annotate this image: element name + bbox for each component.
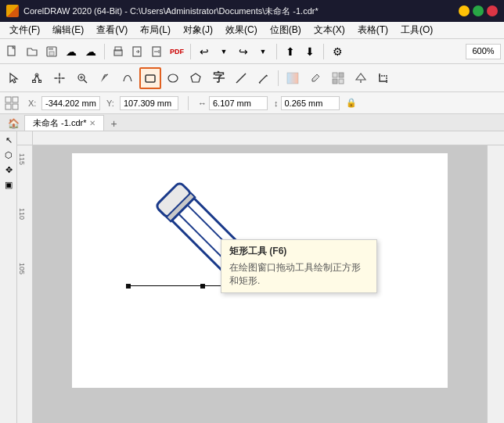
grid-icon (5, 96, 19, 110)
redo-button[interactable]: ↪ (234, 42, 253, 61)
toolbar-separator-2 (190, 44, 191, 59)
polygon-tool[interactable] (185, 67, 207, 89)
menu-object[interactable]: 对象(J) (177, 22, 219, 38)
pattern-tool[interactable] (327, 67, 349, 89)
svg-rect-23 (287, 73, 298, 84)
toolbox-pan[interactable]: ✥ (2, 163, 16, 177)
zoom-tool[interactable] (71, 67, 93, 89)
print-button[interactable] (109, 42, 128, 61)
menu-bar: 文件(F) 编辑(E) 查看(V) 布局(L) 对象(J) 效果(C) 位图(B… (0, 22, 504, 39)
svg-rect-32 (5, 104, 11, 109)
new-tab-button[interactable]: + (106, 117, 121, 131)
tab-close-button[interactable]: ✕ (89, 119, 95, 127)
import-button[interactable] (128, 42, 147, 61)
menu-file[interactable]: 文件(F) (3, 22, 46, 38)
toolbox-shape[interactable]: ▣ (2, 177, 16, 192)
save-button[interactable] (42, 42, 61, 61)
handle-center[interactable] (200, 283, 206, 289)
width-dim: ↔ (198, 96, 268, 110)
title-bar: CorelDRAW 2020 (64-Bit) - C:\Users\Admin… (0, 0, 504, 22)
ruler-mark-110: 110 (18, 208, 26, 220)
ruler-mark-105: 105 (18, 263, 26, 274)
handle-left[interactable] (125, 283, 131, 289)
undo-button[interactable]: ↩ (195, 42, 214, 61)
y-coordinate: Y: (106, 96, 178, 110)
menu-bitmap[interactable]: 位图(B) (264, 22, 308, 38)
width-icon: ↔ (198, 99, 207, 108)
svg-rect-2 (49, 47, 53, 50)
window-controls (459, 5, 498, 16)
text-tool[interactable]: 字 (207, 67, 229, 89)
smart-fill[interactable] (350, 67, 372, 89)
node-tool[interactable] (26, 67, 48, 89)
lock-icon[interactable]: 🔒 (346, 98, 357, 108)
ellipse-tool[interactable] (162, 67, 184, 89)
menu-layout[interactable]: 布局(L) (134, 22, 177, 38)
pen-tool[interactable] (94, 67, 116, 89)
crop-tool[interactable] (373, 67, 394, 89)
svg-rect-26 (339, 73, 344, 77)
undo-list-button[interactable]: ▼ (214, 42, 233, 61)
line-tool[interactable] (230, 67, 252, 89)
coord-grid (5, 96, 19, 110)
x-input[interactable] (41, 96, 100, 110)
drawing-toolbar: 字 (0, 64, 504, 92)
canvas-wrapper: 355 350 345 340 335 330 115 110 105 (17, 131, 504, 423)
coord-separator (188, 96, 189, 110)
export-tools: PDF (109, 42, 186, 61)
rectangle-tool[interactable] (139, 67, 161, 89)
toolbar-separator-4 (323, 44, 324, 59)
svg-rect-6 (115, 52, 121, 55)
menu-view[interactable]: 查看(V) (90, 22, 134, 38)
width-input[interactable] (209, 96, 268, 110)
eyedropper-tool[interactable] (304, 67, 326, 89)
application-tools: ⚙ (328, 42, 347, 61)
open-button[interactable] (23, 42, 41, 61)
svg-rect-28 (339, 79, 344, 84)
pdf-button[interactable]: PDF (167, 42, 186, 61)
cloud-open-button[interactable]: ☁ (81, 42, 100, 61)
svg-line-13 (84, 80, 87, 83)
menu-effects[interactable]: 效果(C) (219, 22, 264, 38)
bezier-tool[interactable] (117, 67, 139, 89)
y-input[interactable] (120, 96, 178, 110)
interactive-fill[interactable] (282, 67, 304, 89)
menu-table[interactable]: 表格(T) (351, 22, 394, 38)
tooltip-title: 矩形工具 (F6) (229, 245, 369, 258)
zoom-level[interactable]: 600% (466, 44, 501, 59)
svg-rect-25 (333, 73, 337, 77)
toolbox-select[interactable]: ↖ (2, 133, 16, 147)
y-label: Y: (106, 99, 117, 108)
minimize-button[interactable] (459, 5, 470, 16)
document-tab-1[interactable]: 未命名 -1.cdr* ✕ (24, 115, 104, 131)
height-input[interactable] (281, 96, 340, 110)
redo-list-button[interactable]: ▼ (254, 42, 272, 61)
svg-rect-29 (360, 80, 362, 83)
menu-edit[interactable]: 编辑(E) (46, 22, 90, 38)
close-button[interactable] (487, 5, 498, 16)
svg-rect-3 (49, 52, 54, 56)
home-icon[interactable]: 🏠 (3, 117, 24, 131)
menu-text[interactable]: 文本(X) (308, 22, 351, 38)
main-area: ↖ ⬡ ✥ ▣ 355 350 345 340 335 330 115 110 … (0, 131, 504, 423)
zoom-in-button[interactable]: ⬆ (281, 42, 300, 61)
height-icon: ↕ (274, 99, 279, 108)
x-label: X: (28, 99, 39, 108)
top-ruler: 355 350 345 340 335 330 (17, 131, 504, 145)
drawing-canvas[interactable]: 矩形工具 (F6) 在绘图窗口拖动工具绘制正方形和矩形. (33, 145, 487, 423)
left-ruler: 115 110 105 (17, 145, 33, 423)
new-button[interactable] (3, 42, 22, 61)
toolbox-node[interactable]: ⬡ (2, 148, 16, 162)
menu-tools[interactable]: 工具(O) (394, 22, 439, 38)
svg-rect-31 (13, 97, 18, 102)
svg-marker-18 (191, 73, 200, 82)
select-tool[interactable] (3, 67, 25, 89)
maximize-button[interactable] (473, 5, 484, 16)
measure-tool[interactable] (253, 67, 275, 89)
options-button[interactable]: ⚙ (328, 42, 347, 61)
pan-tool[interactable] (49, 67, 70, 89)
export-button[interactable] (148, 42, 167, 61)
zoom-out-button[interactable]: ⬇ (301, 42, 319, 61)
toolbar-separator-1 (104, 44, 105, 59)
cloud-save-button[interactable]: ☁ (62, 42, 81, 61)
